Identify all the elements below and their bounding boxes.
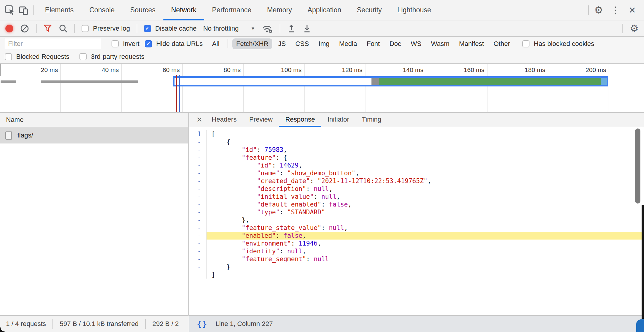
toggle-device-toolbar-button[interactable] xyxy=(17,3,31,17)
code-line: - } xyxy=(189,263,644,271)
export-har-button[interactable] xyxy=(303,24,312,33)
filter-type-font[interactable]: Font xyxy=(363,38,384,49)
overview-request-bar xyxy=(41,80,138,83)
devtools-settings-button[interactable]: ⚙ xyxy=(592,3,606,17)
filter-input[interactable] xyxy=(4,38,101,49)
tab-preview[interactable]: Preview xyxy=(243,113,279,127)
resource-type-filters: AllFetch/XHRJSCSSImgMediaFontDocWSWasmMa… xyxy=(208,38,514,49)
preserve-log-checkbox[interactable] xyxy=(82,25,89,32)
filter-type-manifest[interactable]: Manifest xyxy=(455,38,488,49)
tab-headers[interactable]: Headers xyxy=(205,113,243,127)
third-party-requests-checkbox[interactable] xyxy=(79,53,87,60)
line-number: 1 xyxy=(189,130,206,138)
request-name: flags/ xyxy=(17,131,33,139)
network-settings-button[interactable]: ⚙ xyxy=(630,23,639,34)
line-number: - xyxy=(189,154,206,161)
close-detail-button[interactable]: ✕ xyxy=(193,113,205,127)
line-number: - xyxy=(189,161,206,169)
clear-requests-button[interactable] xyxy=(20,24,29,33)
divider xyxy=(145,319,146,329)
filter-type-wasm[interactable]: Wasm xyxy=(427,38,454,49)
tab-console[interactable]: Console xyxy=(82,0,122,20)
main-tabbar: ElementsConsoleSourcesNetworkPerformance… xyxy=(0,0,644,20)
has-blocked-cookies-option[interactable]: Has blocked cookies xyxy=(522,40,594,48)
divider xyxy=(33,5,34,15)
pretty-print-button[interactable]: {} xyxy=(197,320,208,328)
line-number: - xyxy=(189,208,206,216)
code-text: } xyxy=(206,263,644,271)
tab-lighthouse[interactable]: Lighthouse xyxy=(389,0,439,20)
code-text: "feature_segment": null xyxy=(206,255,644,263)
tab-application[interactable]: Application xyxy=(300,0,349,20)
hide-data-urls-option[interactable]: Hide data URLs xyxy=(145,40,203,48)
request-row-flags[interactable]: flags/ xyxy=(0,127,188,143)
kebab-menu-icon: ⋮ xyxy=(611,5,620,15)
tab-sources[interactable]: Sources xyxy=(122,0,163,20)
invert-checkbox[interactable] xyxy=(112,40,119,47)
code-line: - "feature_segment": null xyxy=(189,255,644,263)
line-number: - xyxy=(189,240,206,247)
response-code: 1[- {- "id": 75983,- "feature": {- "id":… xyxy=(189,127,644,315)
tab-performance[interactable]: Performance xyxy=(204,0,259,20)
third-party-requests-option[interactable]: 3rd-party requests xyxy=(79,53,145,61)
hide-data-urls-label: Hide data URLs xyxy=(156,40,203,48)
device-toolbar-icon xyxy=(18,5,29,16)
invert-option[interactable]: Invert xyxy=(112,40,139,48)
line-number: - xyxy=(189,224,206,232)
inspect-element-button[interactable] xyxy=(3,3,17,17)
import-har-button[interactable] xyxy=(287,24,296,33)
line-number: - xyxy=(189,263,206,271)
tab-response[interactable]: Response xyxy=(279,113,321,127)
blocked-requests-checkbox[interactable] xyxy=(5,53,12,60)
tab-initiator[interactable]: Initiator xyxy=(321,113,355,127)
timeline-tick: 40 ms xyxy=(61,64,122,112)
search-button[interactable] xyxy=(59,24,68,33)
window-edge-artifact xyxy=(642,205,644,319)
filter-type-doc[interactable]: Doc xyxy=(386,38,405,49)
more-options-button[interactable]: ⋮ xyxy=(609,3,622,17)
tab-elements[interactable]: Elements xyxy=(37,0,82,20)
tab-network[interactable]: Network xyxy=(163,0,204,20)
detail-tabbar: ✕ HeadersPreviewResponseInitiatorTiming xyxy=(189,113,644,127)
request-options-bar: Blocked Requests 3rd-party requests xyxy=(0,50,644,64)
filter-type-all[interactable]: All xyxy=(208,38,223,49)
filter-type-fetch-xhr[interactable]: Fetch/XHR xyxy=(232,38,273,49)
document-icon xyxy=(5,131,12,140)
hide-data-urls-checkbox[interactable] xyxy=(145,40,152,47)
throttling-select[interactable]: No throttling ▼ xyxy=(203,25,255,32)
filter-type-img[interactable]: Img xyxy=(315,38,333,49)
close-devtools-button[interactable]: ✕ xyxy=(625,3,639,17)
line-number: - xyxy=(189,138,206,146)
close-icon: ✕ xyxy=(196,116,202,124)
code-line: - "created_date": "2021-11-12T10:22:53.4… xyxy=(189,177,644,185)
divider xyxy=(280,24,280,33)
disable-cache-option[interactable]: Disable cache xyxy=(144,25,197,32)
network-conditions-button[interactable] xyxy=(262,23,273,34)
invert-label: Invert xyxy=(123,40,139,48)
filter-type-media[interactable]: Media xyxy=(335,38,361,49)
filter-type-js[interactable]: JS xyxy=(274,38,290,49)
blocked-requests-option[interactable]: Blocked Requests xyxy=(5,53,69,61)
timeline-overview[interactable]: 20 ms40 ms60 ms80 ms100 ms120 ms140 ms16… xyxy=(0,64,644,113)
has-blocked-cookies-checkbox[interactable] xyxy=(522,40,529,47)
timeline-tick: 180 ms xyxy=(487,64,548,112)
filter-type-ws[interactable]: WS xyxy=(407,38,425,49)
timeline-tick: 140 ms xyxy=(365,64,426,112)
vertical-scrollbar[interactable] xyxy=(635,128,640,204)
preserve-log-option[interactable]: Preserve log xyxy=(82,25,130,32)
disable-cache-checkbox[interactable] xyxy=(144,25,151,32)
main-tabs: ElementsConsoleSourcesNetworkPerformance… xyxy=(37,0,439,20)
line-number: - xyxy=(189,255,206,263)
tab-security[interactable]: Security xyxy=(349,0,389,20)
filter-type-css[interactable]: CSS xyxy=(291,38,313,49)
code-line: - }, xyxy=(189,216,644,224)
filter-type-other[interactable]: Other xyxy=(490,38,514,49)
preserve-log-label: Preserve log xyxy=(93,25,130,32)
tab-memory[interactable]: Memory xyxy=(259,0,300,20)
name-column-header[interactable]: Name xyxy=(0,113,188,127)
divider xyxy=(52,319,53,329)
code-text: "default_enabled": false, xyxy=(206,201,644,208)
tab-timing[interactable]: Timing xyxy=(356,113,388,127)
filter-funnel-button[interactable] xyxy=(43,24,52,33)
record-button[interactable] xyxy=(5,25,13,32)
